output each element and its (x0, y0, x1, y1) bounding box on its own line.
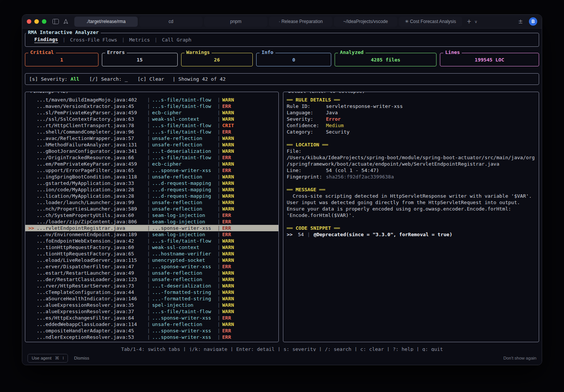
search-label: Search: (101, 76, 122, 82)
finding-rule: ...s-file/taint-flow (152, 129, 215, 135)
finding-row[interactable]: ...rver/HttpRestartServer.java:73|...t-d… (25, 283, 278, 289)
finding-row[interactable]: ...der/RestartClassLoader.java:123|unsaf… (25, 276, 278, 283)
finding-severity: WARN (222, 244, 234, 251)
column-separator: | (215, 97, 222, 103)
column-separator: | (145, 302, 152, 308)
column-separator: | (215, 109, 222, 116)
finding-row[interactable]: ...shell/CommandCompleter.java:96|...s-f… (25, 129, 278, 135)
finding-rule: ...d-request-mapping (152, 186, 215, 193)
finding-row[interactable]: ...upport/ErrorPageFilter.java:65|...spo… (25, 167, 278, 174)
finding-row[interactable]: ...nch/PropertiesLauncher.java:589|unsaf… (25, 206, 278, 212)
detail-field-label: Severity: (287, 116, 326, 122)
finding-row[interactable]: .../OriginTrackedResource.java:66|...s-f… (25, 154, 278, 161)
selection-marker (28, 109, 37, 116)
column-separator: | (215, 135, 222, 141)
maximize-window-button[interactable] (42, 19, 46, 24)
detail-field: Language:Java (287, 109, 538, 116)
detail-field-label: Confidence: (287, 122, 326, 129)
finding-path: ...rver/HttpRestartServer.java:73 (37, 283, 145, 289)
finding-row[interactable]: ...lication/MyApplication.java:28|...d-r… (25, 193, 278, 199)
use-agent-button[interactable]: Use agent ⌘ I (28, 354, 68, 363)
finding-row[interactable]: ...nv/EnvironmentEndpoint.java:189|seam-… (25, 231, 278, 238)
finding-row[interactable]: ...eload/LiveReloadServer.java:115|unenc… (25, 257, 278, 263)
finding-row[interactable]: ...tionHttpRequestFactory.java:65|...hos… (25, 251, 278, 257)
finding-row[interactable]: ...eddedWebappClassLoader.java:114|unsaf… (25, 321, 278, 327)
finding-severity: ERR (222, 225, 231, 231)
finding-row[interactable]: ...estart/RestartLauncher.java:49|unsafe… (25, 270, 278, 276)
column-separator: | (145, 321, 152, 327)
compose-icon[interactable] (63, 19, 68, 24)
main-area: Findings (42) ...t/maven/BuildImageMojo.… (25, 92, 539, 342)
terminal-tab-pnpm[interactable]: pnpm (204, 17, 267, 27)
terminal-tab-ideaprojects-vscode[interactable]: ~/IdeaProjects/vscode (334, 17, 397, 27)
split-pane-button[interactable]: ± (518, 18, 523, 25)
selection-marker (28, 161, 37, 167)
finding-row[interactable]: ...maven/VersionExtractor.java:45|...s-f… (25, 103, 278, 109)
column-separator: | (145, 135, 152, 141)
tab-call-graph[interactable]: Call Graph (162, 37, 191, 43)
finding-severity: WARN (222, 135, 234, 141)
finding-severity: WARN (222, 295, 234, 302)
tab-findings[interactable]: Findings (34, 37, 58, 43)
detail-panel: Detail (Enter to collapse) ══ RULE DETAI… (283, 92, 539, 342)
finding-row[interactable]: >>...rvletEndpointRegistrar.java|...spon… (25, 225, 278, 231)
finding-row[interactable]: ...ingSpringBootCondition.java:118|unsaf… (25, 174, 278, 180)
column-separator: | (145, 167, 152, 174)
findings-list[interactable]: ...t/maven/BuildImageMojo.java:402|...s-… (25, 97, 278, 340)
sidebar-toggle-icon[interactable] (52, 19, 59, 24)
dont-show-again-button[interactable]: Don't show again (503, 356, 536, 360)
search-key[interactable]: [/] (89, 76, 98, 82)
finding-row[interactable]: ...rt/HttpClientTransport.java:78|...s-f… (25, 122, 278, 129)
finding-row[interactable]: ...foEndpointWebExtension.java:42|...s-f… (25, 238, 278, 244)
finding-severity: ERR (222, 167, 231, 174)
selection-marker (28, 148, 37, 154)
finding-rule: unsafe-reflection (152, 206, 215, 212)
finding-row[interactable]: ...avac/ReflectionWrapper.java:57|unsafe… (25, 135, 278, 141)
finding-row[interactable]: ...cTemplateConfiguration.java:44|...-fo… (25, 289, 278, 295)
finding-row[interactable]: ...ndlerExceptionResolver.java:53|...spo… (25, 334, 278, 340)
finding-row[interactable]: ...es/HttpExchangesFilter.java:64|...spo… (25, 315, 278, 321)
file-path-line: /springframework/boot/actuate/endpoint/w… (287, 161, 538, 167)
finding-row[interactable]: ...alueExpressionResolver.java:35|spel-i… (25, 302, 278, 308)
finding-row[interactable]: ...alueExpressionResolver.java:37|...s-f… (25, 308, 278, 315)
finding-row[interactable]: ...gBootJoranConfigurator.java:341|...t-… (25, 148, 278, 154)
tab-cross-file-flows[interactable]: Cross-File Flows (70, 37, 117, 43)
finding-row[interactable]: ...erver/DispatcherFilter.java:47|...spo… (25, 263, 278, 270)
finding-row[interactable]: ...gstarted/MyApplication.java:33|...d-r… (25, 180, 278, 186)
close-window-button[interactable] (27, 19, 31, 24)
severity-key[interactable]: [s] (29, 76, 38, 82)
column-separator: | (145, 270, 152, 276)
finding-row[interactable]: ...loader/launch/Launcher.java:99|unsafe… (25, 199, 278, 206)
finding-row[interactable]: ...aSourceHealthIndicator.java:146|...-f… (25, 295, 278, 302)
column-separator: | (145, 174, 152, 180)
line-value: 54 (col 1 - 54:47) (326, 167, 379, 174)
finding-severity: ERR (222, 263, 231, 270)
clear-key[interactable]: [c] (138, 76, 146, 82)
selection-marker (28, 212, 37, 218)
avatar[interactable]: B (529, 17, 537, 26)
tab-list-chevron-icon[interactable]: ∨ (475, 19, 478, 24)
column-separator: | (215, 270, 222, 276)
dismiss-button[interactable]: Dismiss (74, 356, 89, 360)
minimize-window-button[interactable] (34, 19, 39, 24)
finding-severity: WARN (222, 302, 234, 308)
finding-row[interactable]: ...ompositeHandlerAdapter.java:45|...spo… (25, 327, 278, 334)
terminal-tab-release-preparation[interactable]: · Release Preparation (269, 17, 332, 27)
finding-row[interactable]: ...hMethodFailureAnalyzer.java:131|unsaf… (25, 141, 278, 148)
finding-row[interactable]: ...sl/PemPrivateKeyParser.java:459|ecb-c… (25, 109, 278, 116)
finding-row[interactable]: .../loader/zip/ZipContent.java:806|seam-… (25, 218, 278, 225)
terminal-tab-cd[interactable]: cd (139, 17, 203, 27)
finding-row[interactable]: ...t/maven/BuildImageMojo.java:402|...s-… (25, 97, 278, 103)
terminal-tab-target-release-rma[interactable]: ./target/release/rma (74, 17, 138, 27)
terminal-tab-cost-forecast-analysis[interactable]: ✳ Cost Forecast Analysis (399, 17, 462, 27)
column-separator: | (145, 218, 152, 225)
finding-row[interactable]: ...em/PemPrivateKeyParser.java:459|ecb-c… (25, 161, 278, 167)
finding-row[interactable]: ...tionHttpRequestFactory.java:60|weak-s… (25, 244, 278, 251)
search-cursor[interactable]: _ (125, 76, 128, 82)
finding-row[interactable]: ...ion/code/MyApplication.java:28|...d-r… (25, 186, 278, 193)
column-separator: | (215, 334, 222, 340)
tab-metrics[interactable]: Metrics (129, 37, 150, 43)
new-tab-button[interactable]: + (467, 18, 472, 25)
finding-row[interactable]: ...ch/SystemPropertyUtils.java:60|seam-l… (25, 212, 278, 218)
finding-row[interactable]: .../ssl/SslContextFactory.java:63|weak-s… (25, 116, 278, 122)
